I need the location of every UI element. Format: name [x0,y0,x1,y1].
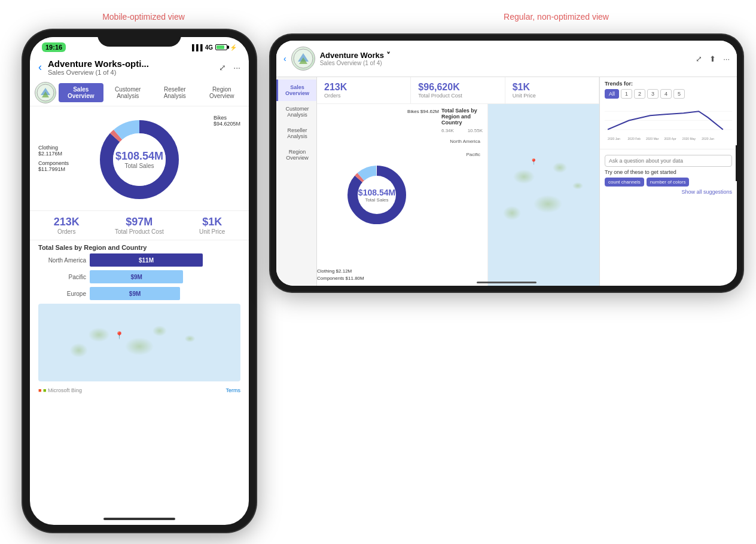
tablet-kpi-unit-price: $1K Unit Price [505,77,599,103]
tablet-donut-area: $108.54M Total Sales Bikes $94.62M Cloth… [317,104,437,286]
trends-tab-5[interactable]: 5 [673,89,685,99]
bar-chart: North America $11M Pacific $9M Europe $9… [30,253,249,300]
bikes-legend: Bikes [214,115,240,121]
bar-container-north-america: $11M [90,253,240,267]
title-area: Adventure Works-opti... Sales Overview (… [48,59,213,76]
svg-text:2020 Jun: 2020 Jun [702,137,714,140]
side-notch [736,145,743,181]
header-icons: ⤢ ··· [219,63,240,72]
product-cost-value: $97M [115,216,164,228]
tablet-expand-icon[interactable]: ⤢ [696,54,702,63]
kpi-row: 213K Orders $97M Total Product Cost $1K … [30,210,249,240]
world-map: 📍 [38,304,240,381]
map-footer: ■ ■ Microsoft Bing Terms [30,385,249,396]
tablet-report-title: Adventure Works ˅ [320,51,691,60]
tablet-kpi-section: 213K Orders $96,620K Total Product Cost … [317,77,599,104]
tab-reseller-analysis[interactable]: Reseller Analysis [153,83,197,102]
tablet-unit-price-value: $1K [513,82,592,93]
battery-lightning: ⚡ [230,44,237,51]
tab-customer-analysis[interactable]: Customer Analysis [106,83,151,102]
chart-legend-left: Clothing $2.1176M Components $11.7991M [38,145,69,172]
svg-text:2020 Apr: 2020 Apr [664,137,676,140]
expand-icon[interactable]: ⤢ [219,63,226,72]
trends-label: Trends for: [605,81,732,87]
svg-text:2020 Mar: 2020 Mar [646,137,659,140]
sidebar-item-customer-analysis[interactable]: Customer Analysis [276,101,316,123]
tablet-kpi-product-cost: $96,620K Total Product Cost [411,77,505,103]
unit-price-label: Unit Price [199,228,225,235]
adventure-works-logo [35,82,56,103]
unit-price-value: $1K [199,216,225,228]
bar-label-pacific: Pacific [38,274,86,280]
trends-tab-all[interactable]: All [605,89,619,99]
trend-line-chart: 2020 Jan 2020 Feb 2020 Mar 2020 Apr 2020… [605,101,732,143]
terms-link[interactable]: Terms [226,387,241,393]
tablet-share-icon[interactable]: ⬆ [709,54,716,63]
map-background [38,304,240,381]
report-title: Adventure Works-opti... [48,59,213,69]
network-type: 4G [205,44,213,51]
tablet-bar-north-america: North America [441,136,483,146]
bar-label-europe: Europe [38,291,86,297]
tablet-more-icon[interactable]: ··· [723,54,730,63]
home-indicator [103,518,175,520]
back-button[interactable]: ‹ [38,61,42,74]
bar-fill-pacific: $9M [90,270,183,283]
bikes-value: $94.6205M [214,121,240,127]
mobile-screen: 19:16 ▐▐▐ 4G ⚡ ‹ Adventure Works-opti...… [30,37,249,525]
chart-legend-right: Bikes $94.6205M [214,115,240,127]
svg-text:2020 Feb: 2020 Feb [628,137,641,140]
donut-chart: $108.54M Total Sales Bikes $94.6205M Clo… [30,109,249,210]
mobile-nav: Sales Overview Customer Analysis Reselle… [30,80,249,106]
product-cost-label: Total Product Cost [115,228,164,235]
tablet-product-cost-label: Total Product Cost [418,93,497,99]
qa-prompt: Try one of these to get started [605,169,732,175]
more-icon[interactable]: ··· [233,63,240,72]
bar-row-europe: Europe $9M [38,287,240,300]
map-pin: 📍 [115,331,124,340]
trends-tab-1[interactable]: 1 [621,89,632,99]
trends-tab-2[interactable]: 2 [634,89,645,99]
total-sales-label: Total Sales [115,163,163,169]
tablet-clothing-legend: Clothing $2.12M [317,268,352,274]
sidebar-item-region-overview[interactable]: Region Overview [276,144,316,166]
bar-label-north-america: North America [38,257,86,264]
bar-container-pacific: $9M [90,270,240,283]
report-subtitle: Sales Overview (1 of 4) [48,69,213,76]
trends-tab-3[interactable]: 3 [647,89,659,99]
tablet-phone: ‹ Adventure Works ˅ Sales Overview (1 of… [270,35,743,292]
qa-input-field[interactable] [605,155,732,167]
tab-sales-overview[interactable]: Sales Overview [59,83,103,102]
svg-text:2020 May: 2020 May [682,137,696,140]
total-sales-value: $108.54M [115,150,163,163]
tablet-back-button[interactable]: ‹ [284,54,286,63]
tablet-screen: ‹ Adventure Works ˅ Sales Overview (1 of… [276,41,737,286]
battery-icon [215,44,227,50]
status-time: 19:16 [42,42,66,52]
mobile-phone: 19:16 ▐▐▐ 4G ⚡ ‹ Adventure Works-opti...… [23,30,256,532]
qa-show-all[interactable]: Show all suggestions [605,189,732,195]
kpi-orders: 213K Orders [54,216,80,235]
tablet-bar-chart-section: Total Sales by Region and Country 6.34K … [437,104,488,286]
tablet-body: Sales Overview Customer Analysis Reselle… [276,77,737,286]
tablet-product-cost-value: $96,620K [418,82,497,93]
tablet-logo [291,47,315,71]
tablet-bar-pacific: Pacific [441,149,483,160]
sidebar-item-sales-overview[interactable]: Sales Overview [276,80,316,101]
donut-label: $108.54M Total Sales [115,150,163,169]
clothing-value: $2.1176M [38,151,69,157]
tab-region-overview[interactable]: Region Overview [200,83,245,102]
signal-icon: ▐▐▐ [190,44,202,51]
phone-notch [97,30,181,47]
qa-chip-colors[interactable]: number of colors [647,178,690,187]
bar-container-europe: $9M [90,287,240,300]
trends-section: Trends for: All 1 2 3 4 5 [600,77,737,149]
bar-row-pacific: Pacific $9M [38,270,240,283]
mobile-view-label: Mobile-optimized view [30,12,257,22]
tablet-total-sales-label: Total Sales [358,197,395,203]
bing-brand: ■ ■ Microsoft Bing [38,387,82,393]
trends-tab-4[interactable]: 4 [660,89,672,99]
tablet-bikes-legend: Bikes $94.62M [407,109,439,114]
sidebar-item-reseller-analysis[interactable]: Reseller Analysis [276,123,316,144]
qa-chip-channels[interactable]: count channels [605,178,644,187]
